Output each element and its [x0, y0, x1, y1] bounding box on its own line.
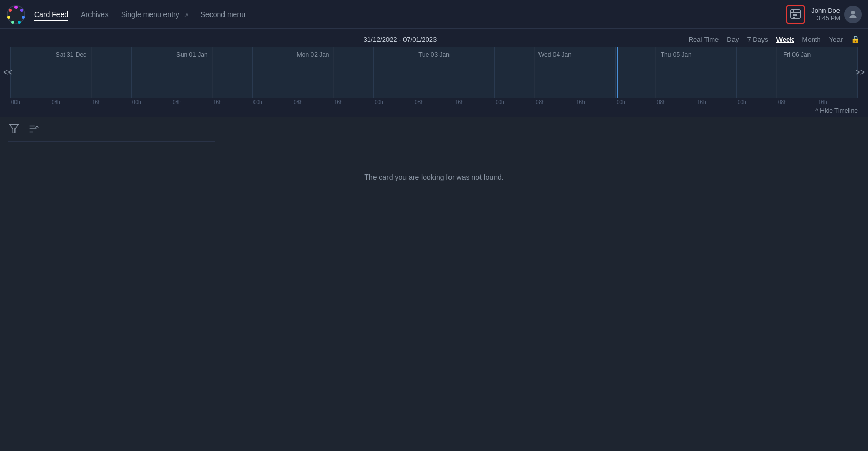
timeline-prev-button[interactable]: <<: [0, 66, 16, 79]
timeline-grid-wrapper: << >> Sat 31 DecSun 01 JanMon 02 JanTue …: [0, 47, 868, 98]
highlighted-icon-button[interactable]: [786, 5, 805, 24]
svg-marker-14: [10, 125, 19, 133]
hour-label-5-0: 00h: [616, 99, 656, 105]
nav-second-menu[interactable]: Second menu: [201, 8, 245, 21]
nav-archives[interactable]: Archives: [81, 8, 109, 21]
user-info[interactable]: John Doe 3:45 PM: [811, 6, 862, 23]
timeline-day-2: Mon 02 Jan: [253, 47, 374, 98]
user-time: 3:45 PM: [811, 14, 840, 22]
hour-label-2-1: 08h: [293, 99, 333, 105]
svg-point-6: [7, 16, 10, 19]
hour-label-6-2: 16h: [817, 99, 858, 105]
view-week[interactable]: Week: [776, 36, 794, 43]
view-7days[interactable]: 7 Days: [747, 36, 768, 43]
timeline-hours: 00h08h16h00h08h16h00h08h16h00h08h16h00h0…: [10, 99, 858, 105]
filter-icon[interactable]: [8, 123, 20, 137]
hour-label-4-1: 08h: [535, 99, 575, 105]
svg-point-7: [9, 9, 12, 12]
avatar: [844, 6, 862, 23]
hour-label-1-1: 08h: [172, 99, 212, 105]
svg-point-2: [20, 9, 23, 12]
hide-timeline-bar: ^ Hide Timeline: [0, 105, 868, 117]
day-hours-5: 00h08h16h: [616, 99, 737, 105]
timeline-controls: Real Time Day 7 Days Week Month Year 🔒: [689, 35, 860, 43]
timeline-next-button[interactable]: >>: [852, 66, 868, 79]
timeline-header: 31/12/2022 - 07/01/2023 Real Time Day 7 …: [0, 33, 868, 47]
hour-label-1-0: 00h: [131, 99, 172, 105]
hour-label-1-2: 16h: [212, 99, 252, 105]
day-hours-2: 00h08h16h: [252, 99, 373, 105]
hide-timeline-button[interactable]: ^ Hide Timeline: [815, 107, 858, 114]
hour-label-2-2: 16h: [333, 99, 373, 105]
view-year[interactable]: Year: [829, 36, 843, 43]
timeline-grid: Sat 31 DecSun 01 JanMon 02 JanTue 03 Jan…: [10, 47, 858, 98]
hour-label-5-2: 16h: [696, 99, 737, 105]
timeline-day-0: Sat 31 Dec: [11, 47, 132, 98]
day-hours-6: 00h08h16h: [737, 99, 858, 105]
hour-label-3-0: 00h: [373, 99, 414, 105]
app-logo[interactable]: [6, 5, 26, 24]
svg-point-4: [18, 21, 21, 24]
hour-label-3-2: 16h: [454, 99, 495, 105]
timeline-date-range: 31/12/2022 - 07/01/2023: [112, 36, 689, 43]
user-name: John Doe: [811, 7, 840, 14]
day-hours-1: 00h08h16h: [131, 99, 252, 105]
timeline-section: 31/12/2022 - 07/01/2023 Real Time Day 7 …: [0, 29, 868, 117]
nav-card-feed[interactable]: Card Feed: [34, 8, 68, 21]
timeline-days: Sat 31 DecSun 01 JanMon 02 JanTue 03 Jan…: [11, 47, 857, 98]
svg-point-3: [22, 16, 25, 19]
sort-icon[interactable]: [28, 123, 39, 137]
day-hours-0: 00h08h16h: [10, 99, 131, 105]
timeline-day-6: Fri 06 Jan: [737, 47, 857, 98]
timeline-day-5: Thu 05 Jan: [616, 47, 737, 98]
view-day[interactable]: Day: [727, 36, 739, 43]
current-time-indicator: 05/01/23 15:45: [617, 47, 618, 98]
external-link-icon: ↗: [184, 12, 188, 18]
hour-label-3-1: 08h: [414, 99, 454, 105]
view-realtime[interactable]: Real Time: [689, 36, 719, 43]
topnav-right: John Doe 3:45 PM: [786, 5, 862, 24]
hour-label-0-0: 00h: [10, 99, 51, 105]
hour-label-6-0: 00h: [737, 99, 777, 105]
timeline-day-4: Wed 04 Jan: [495, 47, 616, 98]
lock-icon[interactable]: 🔒: [851, 35, 860, 43]
hour-label-2-0: 00h: [252, 99, 293, 105]
svg-point-5: [11, 21, 14, 24]
day-hours-3: 00h08h16h: [373, 99, 495, 105]
timeline-day-1: Sun 01 Jan: [132, 47, 253, 98]
hour-label-0-1: 08h: [51, 99, 91, 105]
timeline-day-3: Tue 03 Jan: [374, 47, 495, 98]
svg-rect-8: [791, 10, 800, 18]
svg-point-13: [851, 11, 855, 14]
top-navigation: Card Feed Archives Single menu entry ↗ S…: [0, 0, 868, 29]
view-month[interactable]: Month: [802, 36, 821, 43]
empty-message: The card you are looking for was not fou…: [8, 173, 860, 181]
hour-label-4-0: 00h: [495, 99, 535, 105]
hour-label-0-2: 16h: [91, 99, 131, 105]
content-area: The card you are looking for was not fou…: [0, 117, 868, 187]
day-hours-4: 00h08h16h: [495, 99, 616, 105]
svg-point-1: [14, 6, 18, 9]
nav-links: Card Feed Archives Single menu entry ↗ S…: [34, 8, 410, 21]
hour-label-6-1: 08h: [777, 99, 817, 105]
nav-single-menu-entry[interactable]: Single menu entry ↗: [121, 8, 188, 21]
toolbar: [8, 123, 215, 142]
hour-label-4-2: 16h: [575, 99, 616, 105]
hour-label-5-1: 08h: [656, 99, 696, 105]
